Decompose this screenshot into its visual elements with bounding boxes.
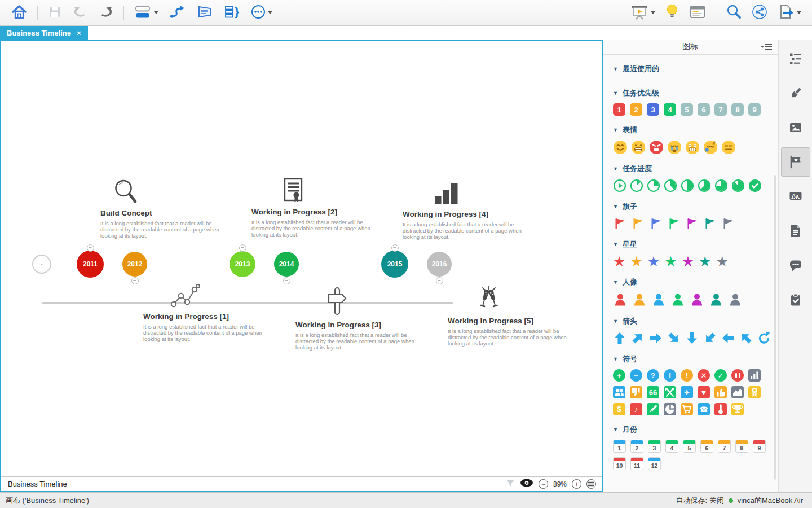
- icon-sym-users[interactable]: [613, 386, 625, 398]
- icon-flag-orange[interactable]: [631, 217, 645, 230]
- icon-sym-area-chart[interactable]: [731, 386, 744, 398]
- icon-flag-red[interactable]: [613, 217, 626, 230]
- document-tab[interactable]: Business Timeline ×: [0, 26, 88, 40]
- icon-face-neutral[interactable]: [721, 140, 736, 155]
- collapse-badge[interactable]: −: [87, 244, 94, 252]
- timeline-start-node[interactable]: ·: [32, 255, 51, 274]
- icon-priority-4[interactable]: 4: [664, 103, 676, 116]
- icon-priority-9[interactable]: 9: [748, 103, 761, 116]
- markers-tab[interactable]: [781, 147, 810, 177]
- icon-priority-2[interactable]: 2: [630, 103, 642, 116]
- topic-block[interactable]: Working in Progress [5]It is a long esta…: [448, 285, 571, 347]
- presentation-button[interactable]: [625, 3, 660, 23]
- icon-sym-pause[interactable]: [731, 369, 744, 382]
- outline-tab[interactable]: [781, 44, 810, 73]
- tasks-tab[interactable]: [781, 285, 810, 314]
- relationship-button[interactable]: [164, 3, 191, 23]
- icon-person-gray[interactable]: [728, 292, 743, 307]
- icon-star-orange[interactable]: ★: [630, 255, 642, 268]
- icon-arrow-down[interactable]: [685, 331, 699, 345]
- section-header[interactable]: ▼箭头: [613, 316, 778, 326]
- icon-sym-thumb-down[interactable]: [630, 386, 642, 398]
- icon-progress-38[interactable]: [664, 179, 677, 192]
- year-node-2012[interactable]: 2012: [122, 252, 147, 277]
- icon-arrow-left[interactable]: [721, 331, 735, 345]
- topic-block[interactable]: Working in Progress [1]It is a long esta…: [143, 284, 266, 342]
- topic-block[interactable]: Working in Progress [4]It is a long esta…: [403, 182, 526, 240]
- icon-priority-1[interactable]: 1: [613, 103, 625, 116]
- icon-sym-cross[interactable]: ✕: [698, 369, 710, 382]
- icon-month-8[interactable]: 8: [735, 440, 748, 453]
- icon-sym-plane[interactable]: ✈: [681, 386, 693, 398]
- sheet-strip[interactable]: [74, 477, 500, 491]
- undo-button[interactable]: [67, 3, 93, 23]
- icon-flag-green[interactable]: [667, 217, 681, 230]
- icon-progress-63[interactable]: [698, 179, 711, 192]
- icon-priority-8[interactable]: 8: [731, 103, 744, 116]
- icon-sym-check[interactable]: ✓: [714, 369, 727, 382]
- panel-menu-icon[interactable]: [761, 43, 772, 51]
- format-tab[interactable]: [781, 78, 810, 108]
- section-header[interactable]: ▼表情: [613, 125, 778, 135]
- icon-face-cry[interactable]: [667, 140, 682, 155]
- icon-month-7[interactable]: 7: [718, 440, 731, 453]
- icon-arrow-refresh[interactable]: [757, 331, 771, 345]
- section-header[interactable]: ▼月份: [613, 424, 778, 435]
- icon-arrow-up[interactable]: [613, 331, 626, 345]
- icon-month-12[interactable]: 12: [648, 457, 661, 470]
- section-header[interactable]: ▼任务优先级: [613, 88, 778, 98]
- icon-sym-question[interactable]: ?: [647, 369, 659, 382]
- icon-person-orange[interactable]: [632, 292, 647, 307]
- save-button[interactable]: [42, 3, 67, 23]
- year-node-2014[interactable]: 2014: [274, 252, 299, 277]
- icon-progress-50[interactable]: [681, 179, 694, 192]
- collapse-badge[interactable]: −: [239, 244, 246, 252]
- icon-sym-trophy[interactable]: [731, 403, 744, 415]
- filter-icon[interactable]: [506, 479, 515, 489]
- export-button[interactable]: [773, 3, 806, 23]
- icon-sym-minus[interactable]: −: [630, 369, 642, 382]
- collapse-badge[interactable]: −: [131, 277, 139, 284]
- search-button[interactable]: [721, 3, 747, 23]
- icon-flag-teal[interactable]: [703, 217, 717, 230]
- summary-button[interactable]: }: [219, 3, 246, 23]
- icon-star-green[interactable]: ★: [664, 255, 677, 268]
- comments-tab[interactable]: [781, 251, 810, 280]
- icon-person-red[interactable]: [613, 292, 628, 307]
- icon-arrow-down-right[interactable]: [667, 331, 681, 345]
- icon-person-magenta[interactable]: [690, 292, 704, 307]
- text-style-tab[interactable]: Aa: [781, 182, 810, 211]
- icon-arrow-down-left[interactable]: [703, 331, 717, 345]
- section-header[interactable]: ▼符号: [613, 354, 778, 364]
- icon-face-grin[interactable]: [631, 140, 646, 155]
- collapse-badge[interactable]: −: [436, 277, 443, 284]
- icon-arrow-up-left[interactable]: [739, 331, 753, 345]
- topic-block[interactable]: Build ConceptIt is a long established fa…: [100, 178, 223, 239]
- icon-sym-quote[interactable]: 66: [647, 386, 659, 398]
- icon-progress-start[interactable]: [613, 179, 626, 192]
- icon-face-sleepy[interactable]: [703, 140, 718, 155]
- icon-face-smile[interactable]: [613, 140, 628, 155]
- year-node-2016[interactable]: 2016: [427, 252, 452, 277]
- notes-panel-button[interactable]: [684, 3, 711, 23]
- icon-priority-7[interactable]: 7: [714, 103, 727, 116]
- icon-person-cyan[interactable]: [651, 292, 666, 307]
- section-header[interactable]: ▼星星: [613, 239, 778, 249]
- icon-flag-gray[interactable]: [721, 217, 735, 230]
- icon-sym-info[interactable]: i: [664, 369, 676, 382]
- topic-shape-button[interactable]: [129, 3, 164, 23]
- icon-month-2[interactable]: 2: [630, 440, 643, 453]
- year-node-2011[interactable]: 2011: [77, 251, 104, 278]
- icon-face-angry[interactable]: [649, 140, 664, 155]
- icon-sym-pie-chart[interactable]: [664, 403, 676, 415]
- section-header[interactable]: ▼人像: [613, 277, 778, 287]
- sheet-tab[interactable]: Business Timeline: [1, 477, 74, 491]
- icon-sym-cart[interactable]: [681, 403, 693, 415]
- image-tab[interactable]: [781, 113, 810, 142]
- icon-star-teal[interactable]: ★: [699, 255, 711, 268]
- icon-star-gray[interactable]: ★: [716, 255, 729, 268]
- icon-star-red[interactable]: ★: [613, 255, 625, 268]
- idea-button[interactable]: [660, 3, 684, 23]
- boundary-button[interactable]: [191, 3, 219, 23]
- section-header[interactable]: ▼任务进度: [613, 164, 778, 174]
